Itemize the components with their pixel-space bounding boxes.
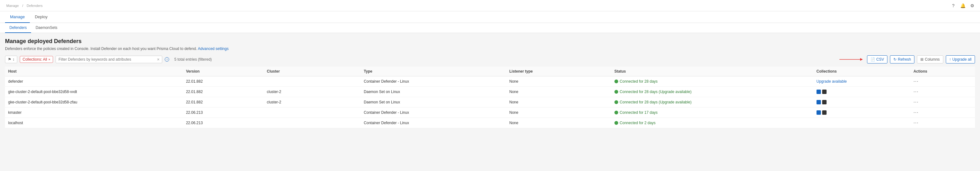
cell-host: gke-cluster-2-default-pool-bbe32d58-vvdt — [5, 87, 183, 97]
breadcrumb-current: Defenders — [27, 4, 43, 8]
page-desc-text: Defenders enforce the policies created i… — [5, 46, 197, 51]
columns-button[interactable]: ⊞ Columns — [917, 55, 943, 64]
col-header-version[interactable]: Version — [183, 67, 264, 77]
table-row: kmaster22.06.213Container Defender - Lin… — [5, 107, 975, 118]
entries-count: 5 total entries (filtered) — [174, 57, 212, 62]
status-icon — [614, 90, 618, 94]
cell-actions: ··· — [910, 97, 975, 107]
collection-icon[interactable] — [822, 89, 827, 94]
search-input[interactable] — [58, 57, 157, 62]
page-title: Manage deployed Defenders — [5, 38, 975, 45]
arrow-indicator — [839, 57, 864, 62]
collection-icon[interactable] — [816, 100, 821, 104]
defenders-table-wrap: Host Version Cluster Type Listener type … — [5, 67, 975, 128]
actions-menu-button[interactable]: ··· — [913, 110, 918, 115]
cell-version: 22.01.882 — [183, 77, 264, 87]
cell-actions: ··· — [910, 107, 975, 118]
page-description: Defenders enforce the policies created i… — [5, 46, 975, 51]
upgrade-icon: ↑ — [949, 57, 951, 62]
actions-menu-button[interactable]: ··· — [913, 120, 918, 125]
cell-status: Connected for 2 days — [611, 118, 813, 128]
cell-cluster: cluster-2 — [264, 97, 361, 107]
status-text: Connected for 2 days — [620, 121, 655, 125]
settings-icon[interactable]: ⚙ — [969, 3, 975, 8]
csv-button[interactable]: 📄 CSV — [867, 55, 888, 64]
cell-actions: ··· — [910, 77, 975, 87]
refresh-label: Refresh — [898, 57, 911, 62]
advanced-settings-link[interactable]: Advanced settings — [198, 46, 228, 51]
help-icon[interactable]: ? — [950, 3, 956, 8]
toolbar-right: 📄 CSV ↻ Refresh ⊞ Columns ↑ Upgrade all — [839, 55, 975, 64]
cell-collections — [813, 87, 910, 97]
breadcrumb: Manage / Defenders — [5, 4, 44, 8]
red-arrow-svg — [839, 57, 864, 62]
subtab-defenders[interactable]: Defenders — [5, 23, 31, 33]
col-header-cluster[interactable]: Cluster — [264, 67, 361, 77]
status-icon — [614, 100, 618, 104]
cell-listener-type: None — [506, 87, 611, 97]
collection-icon[interactable] — [822, 100, 827, 104]
collection-icon[interactable] — [822, 110, 827, 115]
table-row: defender22.01.882Container Defender - Li… — [5, 77, 975, 87]
table-row: gke-cluster-2-default-pool-bbe32d58-zfau… — [5, 97, 975, 107]
breadcrumb-parent: Manage — [6, 4, 19, 8]
tab-deploy[interactable]: Deploy — [30, 11, 52, 23]
col-header-listener[interactable]: Listener type — [506, 67, 611, 77]
status-text: Connected for 28 days (Upgrade available… — [620, 100, 692, 104]
upgrade-all-button[interactable]: ↑ Upgrade all — [946, 55, 975, 64]
status-text: Connected for 17 days — [620, 110, 658, 115]
filter-button[interactable]: ⚑ ↕ — [5, 56, 17, 63]
refresh-button[interactable]: ↻ Refresh — [890, 55, 915, 64]
cell-type: Container Defender - Linux — [361, 107, 506, 118]
tab-manage[interactable]: Manage — [5, 11, 30, 23]
cell-listener-type: None — [506, 77, 611, 87]
cell-cluster — [264, 118, 361, 128]
col-header-type[interactable]: Type — [361, 67, 506, 77]
collections-icons — [816, 100, 907, 104]
actions-menu-button[interactable]: ··· — [913, 78, 918, 84]
collection-icon[interactable] — [816, 89, 821, 94]
cell-version: 22.06.213 — [183, 107, 264, 118]
status-icon — [614, 80, 618, 83]
cell-type: Daemon Set on Linux — [361, 87, 506, 97]
main-tabs: Manage Deploy — [0, 11, 980, 23]
page-content: Manage deployed Defenders Defenders enfo… — [0, 33, 980, 128]
collection-icon[interactable] — [816, 110, 821, 115]
cell-actions: ··· — [910, 118, 975, 128]
collections-icons — [816, 110, 907, 115]
table-row: gke-cluster-2-default-pool-bbe32d58-vvdt… — [5, 87, 975, 97]
cell-cluster — [264, 107, 361, 118]
search-input-wrap: × — [56, 56, 162, 63]
subtab-daemonsets[interactable]: DaemonSets — [31, 23, 62, 33]
search-clear-icon[interactable]: × — [157, 57, 159, 62]
cell-collections — [813, 118, 910, 128]
top-bar: Manage / Defenders ? 🔔 ⚙ — [0, 0, 980, 11]
cell-cluster — [264, 77, 361, 87]
upgrade-available-link[interactable]: Upgrade available — [816, 79, 847, 84]
filter-tag-label: Collections: All — [22, 57, 47, 62]
columns-icon: ⊞ — [920, 57, 924, 62]
info-icon[interactable]: i — [165, 57, 169, 62]
cell-listener-type: None — [506, 107, 611, 118]
upgrade-label: Upgrade all — [952, 57, 972, 62]
cell-version: 22.01.882 — [183, 87, 264, 97]
cell-host: gke-cluster-2-default-pool-bbe32d58-zfau — [5, 97, 183, 107]
cell-host: kmaster — [5, 107, 183, 118]
cell-cluster: cluster-2 — [264, 87, 361, 97]
cell-collections — [813, 97, 910, 107]
cell-collections: Upgrade available — [813, 77, 910, 87]
actions-menu-button[interactable]: ··· — [913, 99, 918, 105]
collections-icons — [816, 89, 907, 94]
col-header-host[interactable]: Host — [5, 67, 183, 77]
filter-tag-collections: Collections: All × — [20, 56, 53, 63]
col-header-status[interactable]: Status — [611, 67, 813, 77]
cell-host: defender — [5, 77, 183, 87]
col-header-collections[interactable]: Collections — [813, 67, 910, 77]
notifications-icon[interactable]: 🔔 — [960, 3, 966, 8]
cell-actions: ··· — [910, 87, 975, 97]
cell-type: Container Defender - Linux — [361, 118, 506, 128]
cell-status: Connected for 17 days — [611, 107, 813, 118]
filter-tag-close[interactable]: × — [48, 58, 50, 61]
actions-menu-button[interactable]: ··· — [913, 89, 918, 94]
filter-sort-icon: ↕ — [13, 57, 14, 62]
